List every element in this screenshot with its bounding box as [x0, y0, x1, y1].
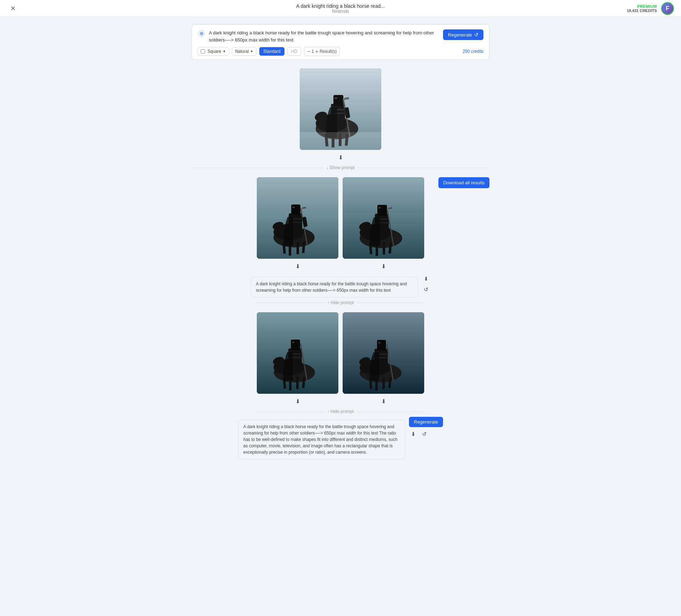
section3-prompt-text: A dark knight riding a black horse ready…: [243, 424, 398, 455]
options-row: Square ▼ Natural ▼ Standard HD − 1 + Res…: [198, 47, 483, 56]
download-all-button[interactable]: Download all results: [438, 177, 489, 188]
section-3: ⬇: [192, 312, 489, 459]
result-count-control: − 1 + Result(s): [304, 47, 340, 56]
avatar[interactable]: F: [661, 2, 674, 15]
section2-refresh-btn[interactable]: ↺: [422, 285, 431, 294]
section-1: ⬇ ↓ Show prompt: [192, 68, 489, 170]
image-card-2b: [343, 177, 424, 259]
refresh-icon: ↺: [474, 32, 478, 38]
style-select[interactable]: Natural ▼: [232, 47, 257, 56]
hide-prompt-label-3: ↑ Hide prompt: [327, 409, 354, 414]
download-icon-3b: ⬇: [381, 398, 386, 404]
premium-badge: PREMIUM 19,431 CREDITS: [627, 4, 657, 13]
shape-checkbox[interactable]: [201, 49, 205, 54]
credits-display: 19,431 CREDITS: [627, 9, 657, 13]
divider-line-2-right: [356, 303, 424, 303]
svg-rect-39: [383, 242, 385, 254]
svg-rect-74: [378, 342, 381, 343]
result-label: Result(s): [320, 49, 337, 54]
download-icon-1: ⬇: [338, 155, 343, 161]
svg-rect-12: [334, 97, 337, 99]
section3-action-btns: Regenerate ⬇ ↺: [409, 417, 443, 438]
knight-illustration-2b: [343, 177, 424, 259]
quality-standard-btn[interactable]: Standard: [259, 47, 284, 56]
page-title: A dark knight riding a black horse read.…: [296, 3, 385, 9]
divider-line-3-right: [356, 411, 424, 412]
download-icon-2a: ⬇: [295, 263, 300, 269]
svg-rect-44: [377, 205, 387, 216]
section3-prompt-area: A dark knight riding a black horse ready…: [192, 417, 489, 459]
single-image-container: ⬇: [192, 68, 489, 162]
section2-action-btns: ⬇ ↺: [422, 275, 431, 294]
knight-illustration-3a: [257, 312, 338, 394]
svg-rect-60: [292, 342, 294, 343]
knight-illustration-3b: [343, 312, 424, 394]
image-wrapper-2b: ⬇: [343, 177, 424, 271]
download-all-label: Download all results: [443, 180, 485, 185]
download-icon-2b: ⬇: [381, 263, 386, 269]
download-btn-2b[interactable]: ⬇: [378, 262, 389, 271]
download-icon-3a: ⬇: [295, 398, 300, 404]
prompt-box: ⚙ A dark knight riding a black horse rea…: [192, 24, 489, 60]
section3-download-btn[interactable]: ⬇: [409, 430, 418, 438]
credits-cost: 200 credits: [463, 49, 483, 54]
show-prompt-divider-1[interactable]: ↓ Show prompt: [192, 165, 489, 170]
svg-rect-28: [291, 205, 300, 215]
image-wrapper-2a: ⬇: [257, 177, 338, 271]
svg-rect-23: [297, 242, 299, 254]
hide-prompt-label-2: ↑ Hide prompt: [327, 300, 354, 305]
header: ✕ A dark knight riding a black horse rea…: [0, 0, 681, 17]
prompt-icon-text: ⚙ A dark knight riding a black horse rea…: [198, 29, 439, 43]
image-wrapper-3b: ⬇: [343, 312, 424, 406]
svg-rect-54: [296, 377, 299, 389]
header-right: PREMIUM 19,431 CREDITS F: [627, 2, 674, 15]
section3-refresh-btn[interactable]: ↺: [420, 430, 429, 438]
download-btn-3a[interactable]: ⬇: [293, 397, 303, 406]
shape-select[interactable]: Square ▼: [198, 47, 229, 56]
count-plus-btn[interactable]: +: [315, 49, 318, 54]
main-content: ⚙ A dark knight riding a black horse rea…: [184, 17, 497, 474]
image-card-2a: [257, 177, 338, 259]
settings-icon: ⚙: [198, 30, 205, 38]
svg-rect-16: [300, 132, 381, 150]
divider-line-left: [192, 168, 323, 168]
prompt-row: ⚙ A dark knight riding a black horse rea…: [198, 29, 483, 43]
hide-prompt-divider-2[interactable]: ↑ Hide prompt: [257, 300, 424, 305]
quality-hd-btn[interactable]: HD: [287, 47, 301, 56]
image-wrapper-3a: ⬇: [257, 312, 338, 406]
knight-illustration-1: [300, 68, 381, 150]
svg-rect-11: [333, 95, 343, 106]
hide-prompt-divider-3[interactable]: ↑ Hide prompt: [257, 409, 424, 414]
divider-line-3-left: [257, 411, 325, 412]
section3-prompt-display: A dark knight riding a black horse ready…: [238, 420, 405, 459]
section2-download-btn[interactable]: ⬇: [422, 275, 431, 283]
section3-regenerate-label: Regenerate: [414, 419, 438, 425]
close-icon: ✕: [10, 5, 16, 12]
download-btn-1[interactable]: ⬇: [336, 153, 346, 162]
section3-regenerate-btn[interactable]: Regenerate: [409, 417, 443, 427]
close-button[interactable]: ✕: [7, 3, 18, 14]
count-minus-btn[interactable]: −: [307, 49, 310, 54]
section3-icon-btns: ⬇ ↺: [409, 430, 429, 438]
regenerate-button-top[interactable]: Regenerate ↺: [443, 29, 483, 40]
section2-prompt-text: A dark knight riding a black horse ready…: [256, 281, 407, 293]
section2-prompt-display: A dark knight riding a black horse ready…: [251, 277, 418, 297]
double-image-row-3: ⬇: [192, 312, 489, 406]
download-btn-2a[interactable]: ⬇: [293, 262, 303, 271]
premium-label: PREMIUM: [627, 4, 657, 9]
double-image-row-2: ⬇: [192, 177, 489, 271]
download-btn-3b[interactable]: ⬇: [378, 397, 389, 406]
regenerate-label: Regenerate: [448, 32, 472, 38]
show-prompt-label-1: ↓ Show prompt: [326, 165, 355, 170]
section2-prompt-area: A dark knight riding a black horse ready…: [192, 274, 489, 297]
style-chevron: ▼: [250, 50, 253, 53]
image-card-3b: [343, 312, 424, 394]
svg-rect-45: [378, 207, 381, 208]
svg-rect-68: [382, 377, 385, 389]
svg-rect-29: [292, 207, 295, 208]
divider-line-2-left: [257, 303, 325, 303]
image-card-3a: [257, 312, 338, 394]
knight-illustration-2a: [257, 177, 338, 259]
page-subtitle: Nintendo: [296, 9, 385, 14]
image-card-1: [300, 68, 381, 150]
